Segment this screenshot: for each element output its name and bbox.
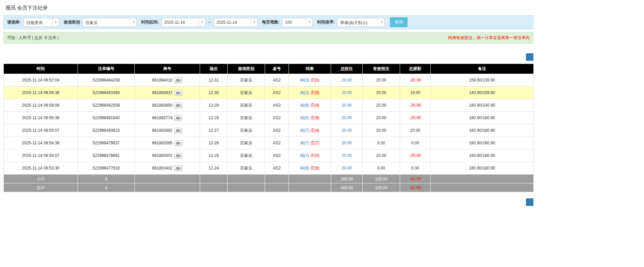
summary-total-bet: 160.00 xyxy=(331,183,363,192)
video-replay-button[interactable] xyxy=(174,140,182,146)
total-bet-link[interactable]: 20.00 xyxy=(342,128,352,133)
table-row: 2025-11-14 06:56:36522966483369661883937… xyxy=(4,87,534,99)
summary-payout: -41.00 xyxy=(400,175,431,183)
video-camera-icon xyxy=(176,129,181,132)
total-bet-link[interactable]: 20.00 xyxy=(342,141,352,145)
cell-game-type: 百家乐 xyxy=(228,124,265,137)
cell-total-bet: 20.00 xyxy=(331,112,363,124)
cell-game-type: 百家乐 xyxy=(228,74,265,87)
query-type-select[interactable]: 日期查询 ▼ xyxy=(23,18,59,27)
page-content: 视讯 会员下注纪录 请选择: 日期查询 ▼ 游戏类别 百家乐 ▼ 时间区间: 2… xyxy=(3,0,533,206)
cell-game-type: 百家乐 xyxy=(228,87,265,99)
chevron-down-icon[interactable]: ▼ xyxy=(52,18,59,26)
cell-bet-number: 522966478691 xyxy=(78,149,135,162)
cell-valid-bet: 0.00 xyxy=(363,162,400,175)
cell-total-bet: 20.00 xyxy=(331,162,363,175)
result-banker: 庄(4) xyxy=(310,128,319,133)
video-replay-button[interactable] xyxy=(174,153,182,159)
total-bet-link[interactable]: 20.00 xyxy=(342,153,352,158)
total-bet-link[interactable]: 20.00 xyxy=(342,166,352,171)
cell-total-bet: 20.00 xyxy=(331,149,363,162)
corner-button-bottom[interactable] xyxy=(526,198,533,206)
cell-table-number: AS2 xyxy=(265,99,289,112)
column-header: 总派彩 xyxy=(400,64,431,74)
cell-session: 12-30 xyxy=(200,87,228,99)
cell-session: 12-29 xyxy=(200,99,228,112)
time-sort-label: 时间排序: xyxy=(317,19,335,25)
date-from-value: 2025-11-14 xyxy=(162,18,199,26)
result-banker: 庄(7) xyxy=(310,141,319,145)
cell-table-number: AS2 xyxy=(265,112,289,124)
cell-session: 12-25 xyxy=(200,149,228,162)
cell-session: 12-28 xyxy=(200,112,228,124)
cell-session: 12-27 xyxy=(200,124,228,137)
cell-total-bet: 20.00 xyxy=(331,137,363,149)
chevron-down-icon[interactable]: ▼ xyxy=(130,18,136,26)
cell-time: 2025-11-14 06:56:06 xyxy=(4,99,78,112)
table-row: 2025-11-14 06:55:07522966480623661883682… xyxy=(4,124,534,137)
summary-count: 8 xyxy=(78,183,135,192)
result-player: 闲(7) xyxy=(300,153,309,158)
column-header: 局号 xyxy=(135,64,200,74)
summary-label: 小计 xyxy=(4,175,78,183)
cell-note: 180.90/160.90 xyxy=(431,112,534,124)
result-player: 闲(7) xyxy=(300,141,309,145)
video-replay-button[interactable] xyxy=(174,128,182,134)
chevron-down-icon[interactable]: ▼ xyxy=(251,18,257,26)
cell-payout: -20.00 xyxy=(400,74,431,87)
game-type-select[interactable]: 百家乐 ▼ xyxy=(82,18,137,27)
cell-table-number: AS2 xyxy=(265,124,289,137)
date-from-select[interactable]: 2025-11-14 ▼ xyxy=(161,18,205,27)
cell-game-type: 百家乐 xyxy=(228,112,265,124)
page-title: 视讯 会员下注纪录 xyxy=(3,0,533,15)
date-to-select[interactable]: 2025-11-14 ▼ xyxy=(213,18,258,27)
result-banker: 庄(9) xyxy=(310,115,319,120)
cell-total-bet: 20.00 xyxy=(331,87,363,99)
total-bet-link[interactable]: 20.00 xyxy=(342,90,352,95)
chevron-down-icon[interactable]: ▼ xyxy=(199,18,205,26)
result-player: 闲(2) xyxy=(300,90,309,95)
cell-table-number: AS2 xyxy=(265,87,289,99)
video-replay-button[interactable] xyxy=(174,103,182,108)
cell-payout: 19.00 xyxy=(400,87,431,99)
result-banker: 庄(0) xyxy=(310,78,319,83)
cell-result: 闲(7) 庄(4) xyxy=(289,124,331,137)
cell-time: 2025-11-14 06:54:38 xyxy=(4,137,78,149)
total-bet-link[interactable]: 20.00 xyxy=(342,103,352,108)
column-header: 总投注 xyxy=(331,64,363,74)
cell-round-number: 661883850 xyxy=(135,99,200,112)
table-row: 2025-11-14 06:53:30522966477618661883402… xyxy=(4,162,534,175)
cell-valid-bet: 20.00 xyxy=(363,87,400,99)
video-camera-icon xyxy=(176,117,181,120)
result-banker: 庄(9) xyxy=(310,166,319,171)
chevron-down-icon[interactable]: ▼ xyxy=(306,18,312,26)
cell-note: 180.90/180.90 xyxy=(431,162,534,175)
game-type-label: 游戏类别 xyxy=(64,19,80,25)
video-replay-button[interactable] xyxy=(174,165,182,171)
summary-payout: -41.00 xyxy=(400,183,431,192)
cell-session: 12-31 xyxy=(200,74,228,87)
corner-button-top[interactable] xyxy=(526,53,533,61)
total-bet-link[interactable]: 20.00 xyxy=(342,115,352,120)
search-button[interactable]: 查询 xyxy=(390,17,408,27)
time-sort-select[interactable]: 降幂(由大到小) ▼ xyxy=(337,18,385,27)
cell-round-number: 661883774 xyxy=(135,112,200,124)
query-type-value: 日期查询 xyxy=(23,18,52,26)
chevron-down-icon[interactable]: ▼ xyxy=(378,18,384,26)
column-header: 结果 xyxy=(289,64,331,74)
video-replay-button[interactable] xyxy=(174,90,182,96)
page-size-select[interactable]: 100 ▼ xyxy=(282,18,313,27)
video-replay-button[interactable] xyxy=(174,115,182,121)
total-bet-link[interactable]: 20.00 xyxy=(342,78,352,83)
cell-note: 159.90/139.90 xyxy=(431,74,534,87)
cell-bet-number: 522966483369 xyxy=(78,87,135,99)
video-replay-button[interactable] xyxy=(174,77,182,83)
video-camera-icon xyxy=(176,91,181,94)
cell-session: 12-24 xyxy=(200,162,228,175)
payout-value: 20.00 xyxy=(410,128,420,133)
cell-game-type: 百家乐 xyxy=(228,137,265,149)
result-banker: 庄(0) xyxy=(310,153,319,158)
table-toolbar-bottom xyxy=(3,198,533,206)
notice-text: 同局有效投注，统一计算在该局第一张注单内 xyxy=(448,35,530,41)
cell-payout: -20.00 xyxy=(400,99,431,112)
